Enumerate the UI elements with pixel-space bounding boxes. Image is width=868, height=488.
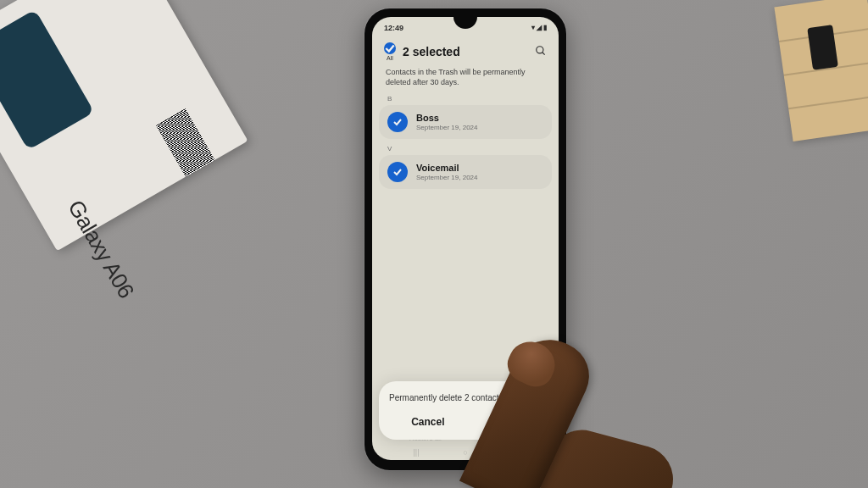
recents-nav-icon[interactable]: ||| [411, 448, 421, 457]
status-icons: ▾ ◢ ▮ [531, 24, 547, 31]
cancel-button[interactable]: Cancel [401, 411, 454, 433]
wooden-stand [774, 0, 868, 141]
product-box: Galaxy A06 [0, 0, 248, 251]
battery-icon: ▮ [543, 24, 547, 31]
barcode [156, 108, 215, 177]
box-phone-image [0, 9, 94, 150]
back-nav-icon[interactable]: ‹ [509, 448, 520, 457]
phone-screen: 12:49 ▾ ◢ ▮ All 2 selected Contacts in t… [372, 17, 559, 460]
product-name: Galaxy A06 [62, 196, 139, 302]
wifi-icon: ▾ [531, 24, 535, 31]
navigation-bar: ||| ○ ‹ [372, 446, 559, 458]
status-time: 12:49 [384, 24, 403, 32]
home-nav-icon[interactable]: ○ [460, 448, 470, 457]
confirm-delete-dialog: Permanently delete 2 contacts? Cancel De… [379, 381, 552, 440]
phone-device: 12:49 ▾ ◢ ▮ All 2 selected Contacts in t… [364, 8, 566, 470]
clamp [807, 25, 838, 70]
delete-button[interactable]: Delete [479, 411, 530, 433]
signal-icon: ◢ [537, 24, 542, 31]
dialog-message: Permanently delete 2 contacts? [389, 393, 542, 411]
